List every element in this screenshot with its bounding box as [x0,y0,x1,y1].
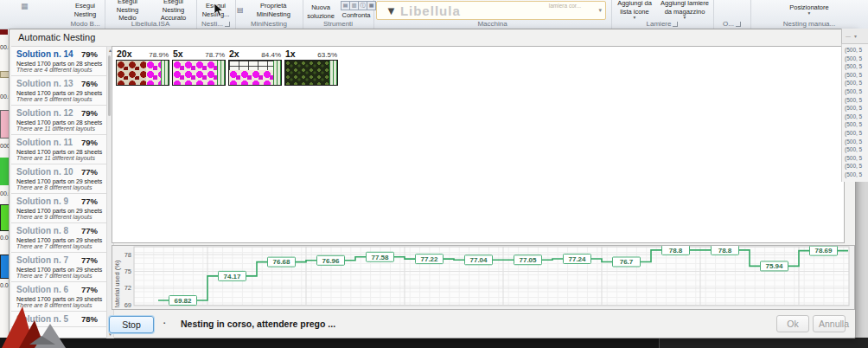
scrollbar-thumb[interactable] [108,55,111,116]
button-label: Aggiungi lamiere da magazzino [660,0,710,16]
solution-item[interactable]: Solution n. 1279%Nested 1700 parts on 28… [11,106,106,135]
proprieta-mininesting-button[interactable]: ▤ Proprietà MiniNesting [235,1,303,19]
data-point-value: 77.22 [420,255,438,263]
data-point-value: 76.7 [620,258,634,266]
solution-item-header: Solution n. 977% [16,197,98,206]
thumbnail-header: 5x78.7% [172,48,226,60]
machine-selector[interactable]: ▼ Libellula lamiera cor... ▾ [376,1,606,20]
nesting-layout-thumbnail[interactable] [284,60,338,86]
dialog-launcher-icon[interactable] [673,22,678,27]
layout-thumbnail-group: 2x84.4% [228,48,282,86]
dialog-launcher-icon[interactable] [225,22,230,27]
sheet-size-entry: (500, 5 [842,162,868,171]
sheet-list-header: — ▾ [841,29,868,44]
chevron-down-icon[interactable]: ▾ [854,33,857,39]
thumbnail-sheet-count: 1x [285,48,296,59]
status-message: Nesting in corso, attendere prego ... [181,319,335,329]
data-point-value: 77.24 [568,255,586,263]
stop-button[interactable]: Stop [109,316,154,333]
nesting-layout-thumbnail[interactable] [228,60,282,86]
y-tick-label: 69 [124,301,131,307]
ribbon-group-o: O... [713,0,751,29]
posizionatore-button[interactable]: Posizionatore ▾ [779,3,839,17]
data-point-value: 69.82 [174,297,192,305]
nesting-layout-thumbnail[interactable] [172,60,226,86]
group-caption: Libellula.ISA [131,20,169,28]
taskbar-segment [660,338,868,348]
parts-pattern [117,61,146,85]
chevron-down-icon[interactable]: ▾ [598,7,602,14]
solution-name: Solution n. 7 [16,255,68,265]
data-point-value: 76.68 [272,258,290,266]
sheet-size-entry: (500, 5 [842,55,868,63]
group-caption: MiniNesting [251,20,287,28]
libellula-watermark: Libellula [400,3,461,18]
confronta-button[interactable]: Confronta [340,10,373,20]
solution-layouts-text: There are 11 different layouts [16,126,98,132]
ribbon: ▦ Esegui Nesting Modo B... Esegui Nestin… [0,0,868,29]
group-caption: O... [723,20,734,28]
dialog-launcher-icon[interactable] [736,22,741,27]
sheet-size-list[interactable]: (500, 5(500, 5(500, 5(500, 5(500, 5(500,… [841,44,868,182]
sheet-size-entry: (500, 5 [842,138,868,146]
solution-layouts-text: There are 9 different layouts [16,214,98,220]
solution-percent: 79% [81,138,98,147]
ribbon-group-macchina: ▼ Libellula lamiera cor... ▾ Macchina [373,0,612,29]
solution-sheets-text: Nested 1700 parts on 29 sheets [16,237,98,243]
parts-pattern [146,61,161,85]
solution-item[interactable]: Solution n. 877%Nested 1700 parts on 29 … [11,223,106,253]
machine-note: lamiera cor... [549,3,581,9]
solution-name: Solution n. 10 [16,167,73,177]
thumbnail-header: 1x63.5% [284,48,338,60]
ribbon-group-modo: Esegui Nesting Modo B... [66,0,105,29]
solution-item[interactable]: Solution n. 1179%Nested 1700 parts on 28… [11,135,106,164]
solution-item[interactable]: Solution n. 777%Nested 1700 parts on 29 … [11,253,106,282]
data-point-value: 78.8 [669,247,683,255]
aggiungi-da-lista-icone-button[interactable]: Aggiungi da lista icone ▾ [613,0,656,22]
solution-sheets-text: Nested 1700 parts on 29 sheets [16,178,98,184]
material-used-chart: 6972757869.8274.1776.6876.9677.5877.2277… [112,245,855,310]
automatic-nesting-dialog: Automatic Nesting Solution n. 1479%Neste… [9,29,856,338]
data-point-value: 77.05 [519,256,537,264]
solution-name: Solution n. 11 [16,138,73,147]
nuova-soluzione-button[interactable]: Nuova soluzione [303,3,338,21]
solution-layouts-text: There are 5 different layouts [16,96,98,102]
solution-name: Solution n. 14 [16,49,73,59]
solution-sheets-text: Nested 1700 parts on 28 sheets [16,149,98,155]
sheet-size-entry: (500, 5 [842,104,868,113]
solution-item[interactable]: Solution n. 1479%Nested 1700 parts on 28… [11,47,106,76]
solution-item-header: Solution n. 1376% [16,79,98,88]
sheet-remnant-stripes [217,61,225,85]
sheet-size-entry: (500, 5 [842,46,868,55]
minimize-icon[interactable]: — [846,34,851,39]
data-point-value: 74.17 [223,273,241,280]
nesting-layout-thumbnail[interactable] [116,60,169,86]
solution-percent: 77% [81,226,98,235]
solution-item[interactable]: Solution n. 1077%Nested 1700 parts on 29… [11,164,106,194]
chart-canvas: 6972757869.8274.1776.6876.9677.5877.2277… [112,246,852,307]
libellula-logo-icon: ▼ [386,4,397,17]
solution-item[interactable]: Solution n. 1376%Nested 1700 parts on 29… [11,76,106,106]
group-caption: Nesti... [201,20,223,28]
ribbon-group-lamiere: Aggiungi da lista icone ▾ Aggiungi lamie… [611,0,714,29]
thumbnail-sheet-count: 2x [229,48,239,59]
dialog-status-bar: Stop ▪ Nesting in corso, attendere prego… [10,311,855,338]
screen: ▦ Esegui Nesting Modo B... Esegui Nestin… [0,0,868,348]
cancel-button[interactable]: Annulla [813,315,846,332]
solution-item[interactable]: Solution n. 977%Nested 1700 parts on 29 … [11,194,106,223]
solution-percent: 79% [81,49,98,59]
ok-button[interactable]: Ok [776,315,809,332]
group-caption: Modo B... [70,20,99,28]
solutions-list[interactable]: Solution n. 1479%Nested 1700 parts on 28… [11,46,106,338]
sheet-size-entry: (500, 5 [842,113,868,121]
esegui-nesting-button[interactable]: Esegui Nesting [67,1,105,19]
aggiungi-lamiere-da-magazzino-button[interactable]: Aggiungi lamiere da magazzino ▾ [658,0,712,22]
solution-percent: 76% [81,79,98,88]
taskbar[interactable] [0,338,868,348]
grid-parts-pattern [229,61,273,70]
sheet-remnant-stripes [329,61,337,85]
solution-percent: 79% [81,108,98,118]
window-icon: ▦ [21,2,29,10]
button-label: Aggiungi da lista icone [615,0,654,16]
solution-percent: 77% [81,255,98,265]
